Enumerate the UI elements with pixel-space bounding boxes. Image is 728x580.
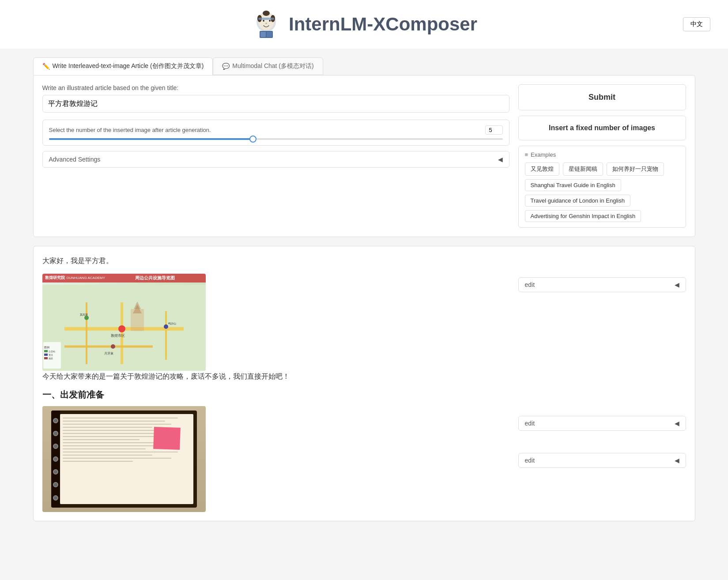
ring-4 (53, 456, 58, 462)
svg-text:鸣沙山: 鸣沙山 (168, 322, 176, 325)
line-12 (63, 452, 178, 452)
svg-point-2 (263, 11, 270, 16)
slider-fill (49, 138, 253, 140)
svg-text:敦煌市区: 敦煌市区 (111, 334, 125, 338)
line-2 (63, 421, 165, 422)
article-image-map: 敦煌研究院 DUNHUANG ACADEMY 周边公共设施导览图 (42, 274, 206, 371)
map-roman-label: DUNHUANG ACADEMY (67, 276, 106, 280)
edit-bar-2[interactable]: edit ◀ (518, 416, 686, 431)
example-chip-4[interactable]: Travel guidance of London in English (525, 195, 630, 207)
article-intro-text: 大家好，我是平方君。 (42, 255, 509, 267)
app-logo-icon (251, 9, 282, 40)
sticky-note (153, 427, 181, 450)
svg-rect-26 (44, 354, 48, 356)
article-title-input[interactable] (42, 95, 509, 113)
ring-2 (53, 431, 58, 436)
line-4 (63, 427, 152, 428)
planner-page (60, 414, 193, 504)
edit-bar-1-arrow: ◀ (675, 281, 679, 288)
map-svg: 敦煌市区 图例 公交站 景点 酒店 鸣沙山 (42, 285, 206, 371)
slider-section: Select the number of the inserted image … (42, 120, 509, 146)
tab-chat-icon: 💬 (222, 63, 230, 70)
slider-track[interactable] (49, 138, 503, 140)
article-section1-heading: 一、出发前准备 (42, 389, 509, 401)
ring-1 (53, 418, 58, 423)
article-content: 大家好，我是平方君。 敦煌研究院 DUNHUANG ACADEMY 周边公共设施… (42, 255, 686, 512)
examples-chips: 又见敦煌 星链新闻稿 如何养好一只宠物 Shanghai Travel Guid… (525, 162, 679, 222)
example-chip-0[interactable]: 又见敦煌 (525, 162, 559, 176)
line-8 (63, 439, 140, 440)
title-input-label: Write an illustrated article based on th… (42, 84, 509, 91)
edit-bar-1[interactable]: edit ◀ (518, 277, 686, 292)
svg-rect-24 (44, 350, 48, 352)
main-container: ✏️ Write Interleaved-text-image Article … (15, 49, 713, 530)
map-title-bar: 敦煌研究院 DUNHUANG ACADEMY 周边公共设施导览图 (42, 274, 206, 282)
tab-multimodal-chat[interactable]: 💬 Multimodal Chat (多模态对话) (213, 57, 323, 75)
edit-bar-3[interactable]: edit ◀ (518, 453, 686, 468)
svg-rect-12 (267, 32, 272, 37)
line-6 (63, 433, 159, 434)
article-right: edit ◀ edit ◀ edit ◀ (518, 255, 686, 512)
logo-area: InternLM-XComposer (251, 9, 477, 40)
svg-text:景点: 景点 (49, 354, 53, 356)
edit-bar-3-arrow: ◀ (675, 457, 679, 464)
edit-bar-3-label: edit (525, 457, 535, 464)
content-area: Write an illustrated article based on th… (33, 75, 695, 237)
slider-label-row: Select the number of the inserted image … (49, 125, 503, 135)
examples-header: ≡ Examples (525, 151, 679, 158)
line-14 (63, 458, 172, 459)
insert-fixed-images-button[interactable]: Insert a fixed number of images (518, 116, 686, 140)
tab-write-article[interactable]: ✏️ Write Interleaved-text-image Article … (33, 57, 213, 75)
svg-text:酒店: 酒店 (49, 357, 53, 360)
line-9 (63, 442, 168, 443)
svg-point-32 (111, 344, 115, 349)
svg-point-9 (265, 23, 267, 24)
example-chip-1[interactable]: 星链新闻稿 (563, 162, 603, 176)
slider-thumb[interactable] (249, 136, 256, 143)
advanced-settings-label: Advanced Settings (49, 156, 101, 163)
example-chip-2[interactable]: 如何养好一只宠物 (607, 162, 664, 176)
ring-7 (53, 495, 58, 501)
tab-write-icon: ✏️ (42, 63, 50, 70)
examples-label: Examples (531, 151, 556, 158)
example-chip-3[interactable]: Shanghai Travel Guide in English (525, 179, 621, 191)
svg-point-20 (118, 325, 125, 332)
slider-description: Select the number of the inserted image … (49, 127, 211, 133)
line-1 (63, 418, 178, 418)
svg-text:图例: 图例 (44, 346, 49, 349)
tabs: ✏️ Write Interleaved-text-image Article … (33, 57, 695, 75)
map-main-title: 周边公共设施导览图 (107, 275, 203, 281)
article-body-text: 今天给大家带来的是一篇关于敦煌游记的攻略，废话不多说，我们直接开始吧！ (42, 371, 509, 382)
ring-6 (53, 482, 58, 487)
slider-number-input[interactable] (485, 125, 503, 135)
svg-point-30 (84, 316, 89, 320)
right-panel: Submit Insert a fixed number of images ≡… (518, 84, 686, 228)
article-left: 大家好，我是平方君。 敦煌研究院 DUNHUANG ACADEMY 周边公共设施… (42, 255, 509, 512)
svg-rect-13 (258, 18, 274, 20)
advanced-settings-panel[interactable]: Advanced Settings ◀ (42, 151, 509, 168)
svg-point-8 (269, 20, 271, 22)
tab-write-label: Write Interleaved-text-image Article (创作… (53, 62, 204, 70)
article-area: 大家好，我是平方君。 敦煌研究院 DUNHUANG ACADEMY 周边公共设施… (33, 246, 695, 521)
edit-bar-1-label: edit (525, 281, 535, 288)
language-toggle-button[interactable]: 中文 (683, 17, 710, 31)
map-institute-label: 敦煌研究院 (45, 275, 65, 281)
planner-spine (51, 411, 60, 508)
article-image-planner (42, 406, 206, 512)
app-title: InternLM-XComposer (289, 14, 477, 35)
line-3 (63, 424, 172, 425)
planner-book (51, 411, 197, 508)
tab-chat-label: Multimodal Chat (多模态对话) (232, 62, 313, 70)
examples-icon: ≡ (525, 151, 528, 158)
line-15 (63, 461, 133, 462)
line-13 (63, 455, 152, 456)
svg-text:莫高窟: 莫高窟 (80, 313, 88, 316)
edit-bar-2-label: edit (525, 420, 535, 427)
example-chip-5[interactable]: Advertising for Genshin Impact in Englis… (525, 210, 641, 222)
submit-button[interactable]: Submit (518, 84, 686, 110)
svg-rect-28 (44, 357, 48, 359)
svg-point-31 (164, 324, 168, 329)
line-11 (63, 448, 146, 449)
ring-3 (53, 444, 58, 449)
advanced-settings-arrow: ◀ (498, 156, 503, 163)
